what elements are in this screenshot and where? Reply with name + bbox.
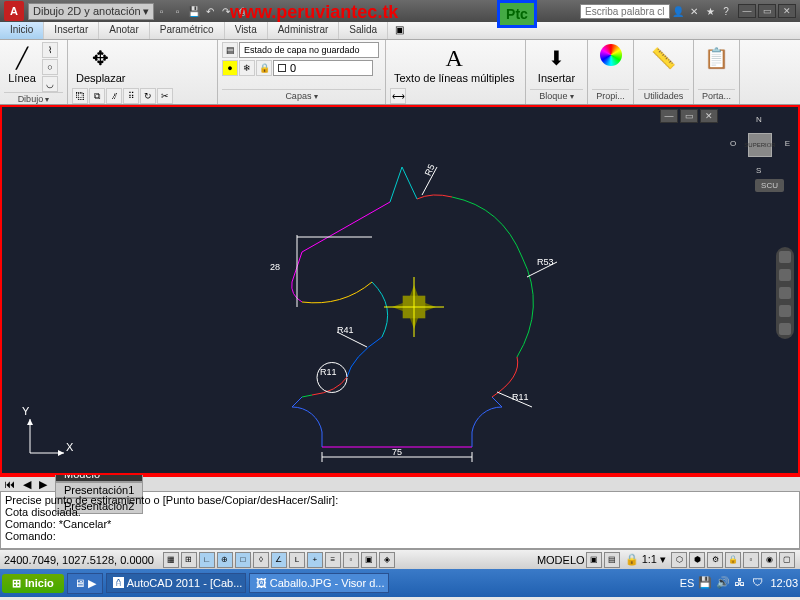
polar-toggle[interactable]: ⊕	[217, 552, 233, 568]
ortho-toggle[interactable]: ∟	[199, 552, 215, 568]
tray-safely-remove-icon[interactable]: 💾	[698, 576, 712, 590]
layout-nav-first-icon[interactable]: ⏮	[0, 478, 19, 490]
tab-administrar[interactable]: Administrar	[268, 22, 340, 39]
ql-desktop-icon[interactable]: 🖥	[74, 577, 85, 589]
dyn-toggle[interactable]: +	[307, 552, 323, 568]
offset-icon[interactable]: ⫽	[106, 88, 122, 104]
taskbar-item-viewer[interactable]: 🖼Caballo.JPG - Visor d...	[249, 573, 389, 593]
viewcube-face[interactable]: SUPERIOR	[748, 133, 772, 157]
properties-button[interactable]	[592, 42, 629, 68]
panel-block-label[interactable]: Bloque	[530, 89, 583, 102]
space-indicator[interactable]: MODELO	[537, 554, 585, 566]
polyline-icon[interactable]: ⌇	[42, 42, 58, 58]
tray-network-icon[interactable]: 🖧	[734, 576, 748, 590]
panel-properties-label[interactable]: Propi...	[592, 89, 629, 102]
favorite-icon[interactable]: ★	[703, 4, 717, 18]
exchange-icon[interactable]: ✕	[687, 4, 701, 18]
grid-toggle[interactable]: ⊞	[181, 552, 197, 568]
otrack-toggle[interactable]: ∠	[271, 552, 287, 568]
snap-toggle[interactable]: ▦	[163, 552, 179, 568]
3dosnap-toggle[interactable]: ◊	[253, 552, 269, 568]
tab-salida[interactable]: Salida	[339, 22, 388, 39]
lang-indicator[interactable]: ES	[680, 577, 695, 589]
quickview-drawings-icon[interactable]: ▤	[604, 552, 620, 568]
dim-linear-icon[interactable]: ⟷	[390, 88, 406, 104]
tab-parametrico[interactable]: Paramétrico	[150, 22, 225, 39]
line-button[interactable]: ╱ Línea	[4, 42, 40, 86]
layer-lock-icon[interactable]: 🔒	[256, 60, 272, 76]
tab-vista[interactable]: Vista	[225, 22, 268, 39]
tray-shield-icon[interactable]: 🛡	[752, 576, 766, 590]
viewcube[interactable]: N S E O SUPERIOR	[730, 115, 790, 175]
ql-player-icon[interactable]: ▶	[88, 577, 96, 590]
autoscale-toggle[interactable]: ⬢	[689, 552, 705, 568]
circle-icon[interactable]: ○	[42, 59, 58, 75]
layer-bulb-icon[interactable]: ●	[222, 60, 238, 76]
osnap-toggle[interactable]: □	[235, 552, 251, 568]
nav-wheel-icon[interactable]	[779, 251, 791, 263]
scu-button[interactable]: SCU	[755, 179, 784, 192]
open-icon[interactable]: ▫	[171, 4, 185, 18]
layer-current-dropdown[interactable]: 0	[273, 60, 373, 76]
array-icon[interactable]: ⠿	[123, 88, 139, 104]
clock[interactable]: 12:03	[770, 577, 798, 589]
command-window[interactable]: Precise punto de estiramiento o [Punto b…	[0, 491, 800, 549]
trim-icon[interactable]: ✂	[157, 88, 173, 104]
tab-anotar[interactable]: Anotar	[99, 22, 149, 39]
start-button[interactable]: ⊞ Inicio	[2, 574, 64, 593]
viewcube-e[interactable]: E	[785, 139, 790, 148]
doc-minimize-button[interactable]: —	[660, 109, 678, 123]
tab-insertar[interactable]: Insertar	[44, 22, 99, 39]
quickview-layouts-icon[interactable]: ▣	[586, 552, 602, 568]
annoscale-label[interactable]: 🔒 1:1 ▾	[621, 553, 670, 566]
minimize-button[interactable]: —	[738, 4, 756, 18]
layout-nav-prev-icon[interactable]: ◀	[19, 478, 35, 491]
nav-pan-icon[interactable]	[779, 269, 791, 281]
viewcube-n[interactable]: N	[756, 115, 762, 124]
drawing-area[interactable]: 28 75 R5 R53 R41 R11 R11 X Y N S E O SUP…	[0, 105, 800, 475]
doc-maximize-button[interactable]: ▭	[680, 109, 698, 123]
close-button[interactable]: ✕	[778, 4, 796, 18]
tpy-toggle[interactable]: ▫	[343, 552, 359, 568]
ducs-toggle[interactable]: L	[289, 552, 305, 568]
tray-volume-icon[interactable]: 🔊	[716, 576, 730, 590]
app-logo[interactable]: A	[4, 1, 24, 21]
doc-close-button[interactable]: ✕	[700, 109, 718, 123]
ribbon-expand-icon[interactable]: ▣	[392, 22, 406, 36]
viewcube-s[interactable]: S	[756, 166, 761, 175]
save-icon[interactable]: 💾	[187, 4, 201, 18]
rotate-icon[interactable]: ↻	[140, 88, 156, 104]
arc-icon[interactable]: ◡	[42, 76, 58, 92]
isolate-icon[interactable]: ◉	[761, 552, 777, 568]
paste-button[interactable]: 📋	[698, 42, 735, 74]
sc-toggle[interactable]: ◈	[379, 552, 395, 568]
hardware-accel-icon[interactable]: ▫	[743, 552, 759, 568]
panel-layers-label[interactable]: Capas	[222, 89, 381, 102]
measure-button[interactable]: 📏	[638, 42, 689, 74]
tab-inicio[interactable]: Inicio	[0, 22, 44, 39]
text-button[interactable]: A Texto de líneas múltiples	[390, 42, 518, 86]
toolbar-lock-icon[interactable]: 🔒	[725, 552, 741, 568]
panel-draw-label[interactable]: Dibujo	[4, 92, 63, 105]
help-icon[interactable]: ?	[719, 4, 733, 18]
layout-nav-next-icon[interactable]: ▶	[35, 478, 51, 491]
search-input[interactable]	[580, 4, 670, 19]
layer-freeze-icon[interactable]: ❄	[239, 60, 255, 76]
cleanscreen-icon[interactable]: ▢	[779, 552, 795, 568]
taskbar-item-autocad[interactable]: 🅰AutoCAD 2011 - [Cab...	[106, 573, 246, 593]
nav-zoom-icon[interactable]	[779, 287, 791, 299]
copy-icon[interactable]: ⿻	[72, 88, 88, 104]
signin-icon[interactable]: 👤	[671, 4, 685, 18]
workspace-dropdown[interactable]: Dibujo 2D y anotación▾	[28, 3, 154, 20]
layer-prop-icon[interactable]: ▤	[222, 42, 238, 58]
viewcube-o[interactable]: O	[730, 139, 736, 148]
layer-state-dropdown[interactable]: Estado de capa no guardado	[239, 42, 379, 58]
nav-showmotion-icon[interactable]	[779, 323, 791, 335]
ws-switch-icon[interactable]: ⚙	[707, 552, 723, 568]
qp-toggle[interactable]: ▣	[361, 552, 377, 568]
panel-utilities-label[interactable]: Utilidades	[638, 89, 689, 102]
move-button[interactable]: ✥ Desplazar	[72, 42, 130, 86]
new-icon[interactable]: ▫	[155, 4, 169, 18]
undo-icon[interactable]: ↶	[203, 4, 217, 18]
nav-orbit-icon[interactable]	[779, 305, 791, 317]
